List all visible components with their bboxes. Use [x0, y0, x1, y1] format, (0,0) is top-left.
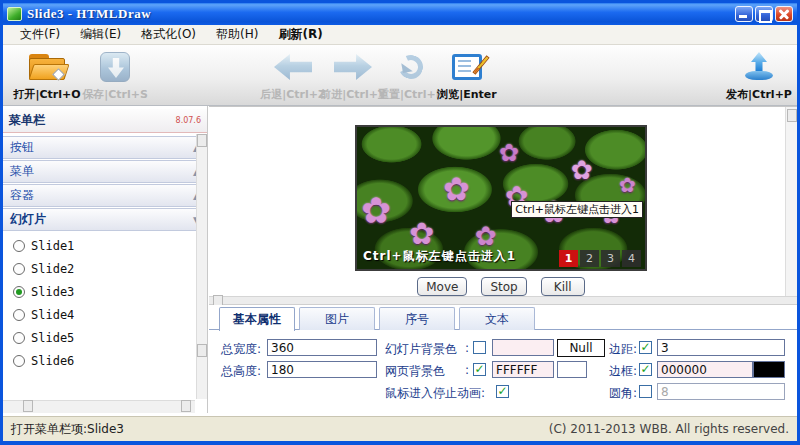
border-color-input[interactable] — [657, 361, 753, 378]
slide-item-6[interactable]: Slide6 — [3, 350, 193, 372]
sidebar-vertical-scrollbar[interactable] — [196, 134, 207, 399]
app-icon — [7, 7, 22, 21]
scrollbar-thumb[interactable] — [23, 400, 33, 412]
slide-item-1[interactable]: Slide1 — [3, 235, 193, 257]
slide-bg-colon: : — [465, 341, 469, 355]
app-window: Slide3 - HTMLDraw 文件(F) 编辑(E) 格式化(O) 帮助(… — [0, 0, 800, 445]
margin-label: 边距: — [609, 341, 637, 358]
flower-icon: ✿ — [361, 193, 391, 229]
reset-button[interactable]: 重置|Ctrl+R — [379, 50, 443, 102]
menu-bar: 文件(F) 编辑(E) 格式化(O) 帮助(H) 刷新(R) — [3, 25, 797, 45]
maximize-button[interactable] — [755, 6, 773, 22]
tab-index[interactable]: 序号 — [379, 307, 455, 330]
tab-basic-properties[interactable]: 基本属性 — [219, 307, 295, 331]
sidebar-section-slides[interactable]: 幻灯片 ▼ — [3, 208, 207, 231]
preview-vertical-scrollbar[interactable] — [785, 107, 797, 296]
sidebar-section-containers[interactable]: 容器 ▲ — [3, 184, 207, 207]
panel-splitter[interactable] — [209, 296, 797, 305]
flower-icon: ✿ — [475, 223, 497, 249]
menu-edit[interactable]: 编辑(E) — [71, 24, 130, 45]
radio-icon[interactable] — [13, 355, 25, 367]
pagination-item[interactable]: 4 — [622, 250, 641, 267]
flower-icon: ✿ — [619, 175, 636, 195]
forward-arrow-icon — [334, 50, 372, 84]
slide-item-5[interactable]: Slide5 — [3, 327, 193, 349]
back-button[interactable]: 后退|Ctrl+Z — [261, 50, 325, 102]
menu-file[interactable]: 文件(F) — [11, 24, 69, 45]
flower-icon: ✿ — [571, 157, 593, 183]
check-icon: ✓ — [640, 341, 650, 353]
page-bg-color-input[interactable] — [492, 361, 554, 378]
sidebar-section-menus[interactable]: 菜单 ▲ — [3, 160, 207, 183]
title-bar: Slide3 - HTMLDraw — [3, 3, 797, 25]
page-bg-swatch[interactable] — [557, 361, 587, 378]
null-button[interactable]: Null — [557, 339, 605, 357]
stop-button[interactable]: Stop — [481, 277, 526, 296]
reset-icon — [398, 50, 424, 84]
sidebar-section-buttons[interactable]: 按钮 ▲ — [3, 136, 207, 159]
menu-format[interactable]: 格式化(O) — [132, 24, 205, 45]
check-icon: ✓ — [640, 363, 650, 375]
radio-icon[interactable] — [13, 240, 25, 252]
margin-checkbox[interactable]: ✓ — [639, 341, 652, 354]
slide-caption: Ctrl+鼠标左键点击进入1 — [363, 248, 516, 265]
sidebar-horizontal-scrollbar[interactable] — [3, 400, 195, 413]
tab-image[interactable]: 图片 — [299, 307, 375, 330]
properties-panel: 基本属性 图片 序号 文本 总宽度: 总高度: 幻灯片背景色 : ✓ Null … — [209, 305, 797, 413]
border-checkbox[interactable]: ✓ — [639, 363, 652, 376]
publish-icon — [744, 50, 774, 84]
slide-item-3[interactable]: Slide3 — [3, 281, 193, 303]
radio-icon[interactable] — [13, 332, 25, 344]
open-button[interactable]: 打开|Ctrl+O — [15, 50, 79, 102]
check-icon: ✓ — [474, 363, 484, 375]
scrollbar-thumb[interactable] — [197, 344, 207, 357]
pagination-item[interactable]: 2 — [580, 250, 599, 267]
sidebar-header: 菜单栏 8.07.6 — [3, 109, 207, 133]
border-color-swatch[interactable] — [753, 361, 785, 378]
slide-item-4[interactable]: Slide4 — [3, 304, 193, 326]
toolbar: 打开|Ctrl+O 保存|Ctrl+S 后退|Ctrl+Z 前进|Ctrl+Y … — [3, 45, 797, 106]
total-width-input[interactable] — [267, 339, 377, 356]
kill-button[interactable]: Kill — [541, 277, 585, 296]
scrollbar-thumb[interactable] — [181, 400, 191, 412]
close-button[interactable] — [775, 6, 793, 22]
save-button[interactable]: 保存|Ctrl+S — [83, 50, 147, 102]
menu-help[interactable]: 帮助(H) — [207, 24, 267, 45]
menu-refresh[interactable]: 刷新(R) — [269, 24, 331, 45]
publish-button[interactable]: 发布|Ctrl+P — [727, 50, 791, 102]
pagination-item[interactable]: 1 — [559, 250, 578, 267]
total-width-label: 总宽度: — [221, 341, 261, 358]
minimize-button[interactable] — [735, 6, 753, 22]
page-bg-label: 网页背景色 — [385, 363, 445, 380]
radius-checkbox[interactable]: ✓ — [639, 385, 652, 398]
total-height-input[interactable] — [267, 361, 377, 378]
slide-bg-checkbox[interactable]: ✓ — [473, 341, 486, 354]
tab-text[interactable]: 文本 — [459, 307, 535, 330]
save-icon — [100, 50, 130, 84]
move-button[interactable]: Move — [417, 277, 467, 296]
flower-icon: ✿ — [499, 141, 519, 165]
scrollbar-thumb[interactable] — [197, 134, 207, 147]
radio-icon[interactable] — [13, 263, 25, 275]
radius-input[interactable] — [657, 383, 785, 400]
border-label: 边框: — [609, 363, 637, 380]
margin-input[interactable] — [657, 339, 785, 356]
forward-button[interactable]: 前进|Ctrl+Y — [321, 50, 385, 102]
slide-preview-frame: ✿ ✿ ✿ ✿ ✿ ✿ ✿ ✿ ✿ ✿ Ctrl+鼠标左键点击进入1 Ctrl+… — [355, 125, 647, 271]
tab-bar: 基本属性 图片 序号 文本 — [209, 307, 797, 330]
scrollbar-thumb[interactable] — [787, 109, 797, 122]
preview-area: ✿ ✿ ✿ ✿ ✿ ✿ ✿ ✿ ✿ ✿ Ctrl+鼠标左键点击进入1 Ctrl+… — [209, 106, 797, 296]
stop-on-hover-checkbox[interactable]: ✓ — [496, 385, 509, 398]
preview-action-buttons: Move Stop Kill — [355, 277, 647, 296]
browse-button[interactable]: 浏览|Enter — [435, 50, 499, 102]
page-bg-colon: : — [465, 363, 469, 377]
radio-icon[interactable] — [13, 309, 25, 321]
radio-icon[interactable] — [13, 286, 25, 298]
check-icon: ✓ — [497, 385, 507, 397]
status-message: 打开菜单栏项:Slide3 — [11, 421, 124, 438]
flower-icon: ✿ — [409, 219, 434, 249]
page-bg-checkbox[interactable]: ✓ — [473, 363, 486, 376]
slide-bg-color-input[interactable] — [492, 339, 554, 356]
pagination-item[interactable]: 3 — [601, 250, 620, 267]
slide-item-2[interactable]: Slide2 — [3, 258, 193, 280]
